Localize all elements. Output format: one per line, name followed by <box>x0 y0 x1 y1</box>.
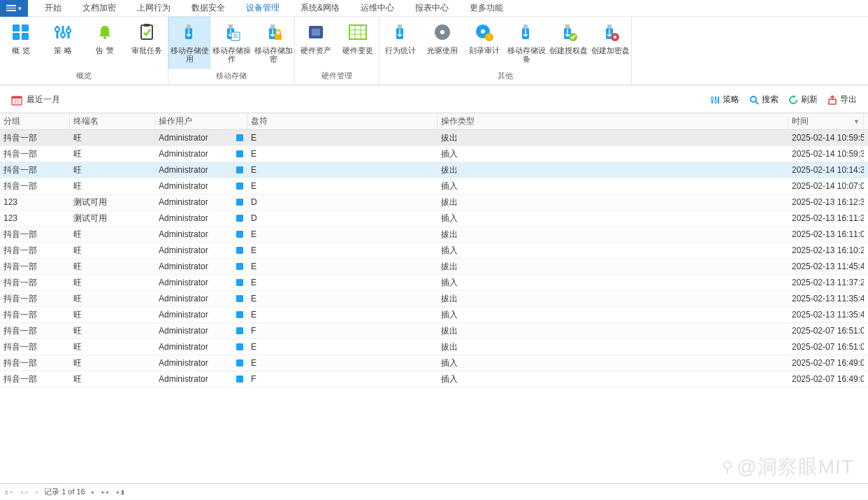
cell-op: 插入 <box>437 213 788 224</box>
svg-rect-11 <box>141 25 152 39</box>
col-time[interactable]: 时间▼ <box>788 113 864 129</box>
table-row[interactable]: 抖音一部旺AdministratorE拔出2025-02-13 16:11:09 <box>0 227 868 243</box>
ribbon-group-label: 概览 <box>0 69 168 85</box>
table-row[interactable]: 抖音一部旺AdministratorE插入2025-02-14 10:07:04 <box>0 178 868 194</box>
strategy-btn[interactable]: 策 略 <box>42 17 84 69</box>
cell-user: Administrator <box>155 181 232 191</box>
col-op[interactable]: 操作类型 <box>437 113 788 129</box>
menu-8[interactable]: 更多功能 <box>470 2 503 14</box>
usb-icon <box>515 22 537 42</box>
table-icon <box>347 22 369 42</box>
svg-rect-21 <box>270 24 275 29</box>
table-row[interactable]: 抖音一部旺AdministratorE插入2025-02-07 16:49:01 <box>0 355 868 371</box>
usb-use-btn[interactable]: 移动存储使用 <box>168 17 210 69</box>
lock-icon <box>232 263 247 270</box>
lock-icon <box>232 295 247 302</box>
burn-audit-btn[interactable]: !刻录审计 <box>463 17 505 69</box>
alarm-btn[interactable]: 告 警 <box>84 17 126 69</box>
cell-op: 拔出 <box>437 261 788 273</box>
page-last[interactable]: ▸▮ <box>116 487 125 497</box>
table-row[interactable]: 抖音一部旺AdministratorF拔出2025-02-07 16:51:07 <box>0 323 868 339</box>
cell-user: Administrator <box>155 229 232 239</box>
hw-asset-btn[interactable]: 硬件资产 <box>295 17 337 69</box>
usb-op-btn[interactable]: 移动存储操作 <box>210 17 252 69</box>
svg-point-53 <box>714 100 717 103</box>
date-range-picker[interactable]: 23 最近一月 <box>11 94 60 106</box>
tool-export[interactable]: 导出 <box>827 94 857 106</box>
svg-rect-12 <box>144 24 150 27</box>
tool-refresh[interactable]: 刷新 <box>788 94 818 106</box>
page-first[interactable]: ▮◂ <box>4 487 13 497</box>
cell-group: 123 <box>0 197 70 207</box>
cell-time: 2025-02-13 11:45:49 <box>788 262 864 271</box>
svg-point-5 <box>55 27 59 31</box>
cell-drive: F <box>247 326 437 336</box>
tool-strategy[interactable]: 策略 <box>710 94 739 106</box>
menu-3[interactable]: 数据安全 <box>191 2 225 14</box>
col-drive[interactable]: 盘符 <box>247 113 437 129</box>
menu-4[interactable]: 设备管理 <box>246 2 280 14</box>
page-fwd[interactable]: ▸▸ <box>101 487 110 497</box>
cell-terminal: 旺 <box>70 309 155 321</box>
menu-1[interactable]: 文档加密 <box>82 2 116 14</box>
cd-use-btn[interactable]: 光驱使用 <box>421 17 463 69</box>
approval-btn[interactable]: 审批任务 <box>126 17 168 69</box>
usb-enc-btn[interactable]: 移动存储加密 <box>252 17 294 69</box>
app-menu-button[interactable] <box>0 0 28 17</box>
table-row[interactable]: 抖音一部旺AdministratorE插入2025-02-13 11:35:40 <box>0 307 868 323</box>
cell-drive: E <box>247 245 437 255</box>
table-row[interactable]: 抖音一部旺AdministratorE拔出2025-02-13 11:35:42 <box>0 291 868 307</box>
cell-terminal: 旺 <box>70 325 155 337</box>
ribbon-group-label: 硬件管理 <box>295 69 379 85</box>
cell-group: 抖音一部 <box>0 148 70 160</box>
page-next[interactable]: ▸ <box>91 487 96 497</box>
overview-btn[interactable]: 概 览 <box>0 17 42 69</box>
col-user[interactable]: 操作用户 <box>155 113 247 129</box>
table-row[interactable]: 抖音一部旺AdministratorE拔出2025-02-14 10:14:35 <box>0 162 868 178</box>
table-row[interactable]: 抖音一部旺AdministratorE插入2025-02-13 11:37:20 <box>0 275 868 291</box>
usb-key-icon <box>599 22 621 42</box>
cell-group: 抖音一部 <box>0 357 70 369</box>
col-group[interactable]: 分组 <box>0 113 70 129</box>
auth-disk-btn[interactable]: 创建授权盘 <box>547 17 589 69</box>
cell-user: Administrator <box>155 213 232 223</box>
svg-rect-24 <box>312 29 320 36</box>
cell-terminal: 旺 <box>70 293 155 305</box>
cell-group: 抖音一部 <box>0 261 70 273</box>
menu-2[interactable]: 上网行为 <box>137 2 171 14</box>
cell-op: 插入 <box>437 373 788 385</box>
cell-op: 拔出 <box>437 132 788 144</box>
svg-rect-3 <box>22 33 29 40</box>
page-prev[interactable]: ◂◂ <box>19 487 28 497</box>
cell-user: Administrator <box>155 342 232 352</box>
menu-6[interactable]: 运维中心 <box>361 2 394 14</box>
table-row[interactable]: 123测试可用AdministratorD插入2025-02-13 16:11:… <box>0 210 868 227</box>
table-row[interactable]: 抖音一部旺AdministratorE拔出2025-02-07 16:51:07 <box>0 339 868 355</box>
svg-text:!: ! <box>489 34 490 41</box>
hw-change-btn[interactable]: 硬件变更 <box>337 17 379 69</box>
cell-op: 拔出 <box>437 229 788 241</box>
tool-search[interactable]: 搜索 <box>749 94 779 106</box>
date-range-label: 最近一月 <box>27 94 60 106</box>
svg-rect-31 <box>398 24 402 29</box>
table-row[interactable]: 抖音一部旺AdministratorE拔出2025-02-13 11:45:49 <box>0 259 868 275</box>
lock-icon <box>232 343 247 350</box>
cell-terminal: 旺 <box>70 229 155 241</box>
menu-5[interactable]: 系统&网络 <box>301 2 340 14</box>
behavior-btn[interactable]: 行为统计 <box>379 17 421 69</box>
menu-7[interactable]: 报表中心 <box>415 2 449 14</box>
table-row[interactable]: 抖音一部旺AdministratorE插入2025-02-14 10:59:30 <box>0 146 868 162</box>
table-row[interactable]: 123测试可用AdministratorD拔出2025-02-13 16:12:… <box>0 194 868 210</box>
menu-0[interactable]: 开始 <box>45 2 62 14</box>
cell-user: Administrator <box>155 326 232 336</box>
cell-time: 2025-02-07 16:49:01 <box>788 374 864 384</box>
enc-disk-btn[interactable]: 创建加密盘 <box>589 17 631 69</box>
lock-icon <box>232 376 247 383</box>
table-row[interactable]: 抖音一部旺AdministratorF插入2025-02-07 16:49:01 <box>0 371 868 387</box>
table-row[interactable]: 抖音一部旺AdministratorE拔出2025-02-14 10:59:52 <box>0 130 868 146</box>
col-terminal[interactable]: 终端名 <box>70 113 155 129</box>
page-back[interactable]: ◂ <box>34 487 39 497</box>
usb-device-btn[interactable]: 移动存储设备 <box>505 17 547 69</box>
cell-group: 抖音一部 <box>0 164 70 176</box>
table-row[interactable]: 抖音一部旺AdministratorE插入2025-02-13 16:10:21 <box>0 243 868 259</box>
